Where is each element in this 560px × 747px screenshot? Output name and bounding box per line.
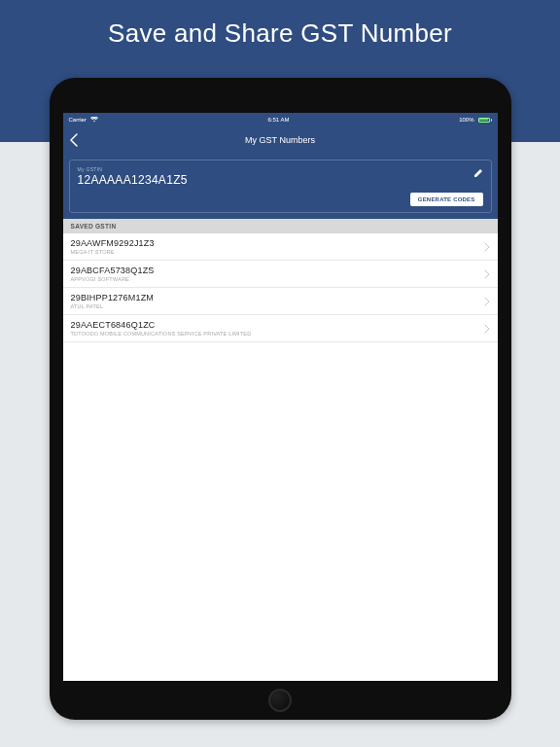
list-item[interactable]: 29AAWFM9292J1Z3 MEGA IT STORE [63,233,498,261]
ipad-frame: Carrier 6:51 AM 100% [50,78,511,720]
list-item[interactable]: 29BIHPP1276M1ZM ATUL PATEL [63,288,498,315]
carrier-label: Carrier [69,117,87,123]
chevron-right-icon [484,269,490,279]
my-gstin-card: My GSTIN 12AAAAA1234A1Z5 GENERATE CODES [69,160,492,213]
chevron-right-icon [484,242,490,252]
promo-title: Save and Share GST Number [108,18,452,49]
gstin-value: 29ABCFA5738Q1ZS [71,266,155,275]
gstin-value: 29BIHPP1276M1ZM [71,293,155,302]
gstin-name: ATUL PATEL [71,303,155,309]
battery-icon [478,118,492,123]
gstin-name: MEGA IT STORE [71,249,155,255]
navbar: My GST Numbers [63,126,498,154]
back-button[interactable] [69,133,79,147]
statusbar: Carrier 6:51 AM 100% [63,113,498,126]
home-button[interactable] [268,689,292,712]
list-item[interactable]: 29ABCFA5738Q1ZS APPVOGI SOFTWARE [63,261,498,288]
ipad-screen: Carrier 6:51 AM 100% [63,113,498,681]
gstin-name: TDTOODO MOBILE COMMUNICATIONS SERVICE PR… [71,331,252,337]
promo-banner: Save and Share GST Number [0,0,560,66]
card-area: My GSTIN 12AAAAA1234A1Z5 GENERATE CODES [63,154,498,219]
edit-button[interactable] [473,168,483,178]
my-gstin-label: My GSTIN [78,166,483,172]
page-title: My GST Numbers [245,135,315,145]
chevron-right-icon [484,324,490,334]
battery-pct: 100% [459,117,473,123]
section-header-saved: SAVED GSTIN [63,219,498,233]
gstin-value: 29AAECT6846Q1ZC [71,320,252,330]
wifi-icon [90,117,98,124]
list-item[interactable]: 29AAECT6846Q1ZC TDTOODO MOBILE COMMUNICA… [63,315,498,342]
statusbar-time: 6:51 AM [267,117,289,123]
chevron-right-icon [484,297,490,306]
generate-codes-button[interactable]: GENERATE CODES [410,193,483,206]
my-gstin-value: 12AAAAA1234A1Z5 [78,173,483,187]
backdrop: Carrier 6:51 AM 100% [0,66,560,747]
gstin-value: 29AAWFM9292J1Z3 [71,238,155,248]
gstin-name: APPVOGI SOFTWARE [71,276,155,282]
